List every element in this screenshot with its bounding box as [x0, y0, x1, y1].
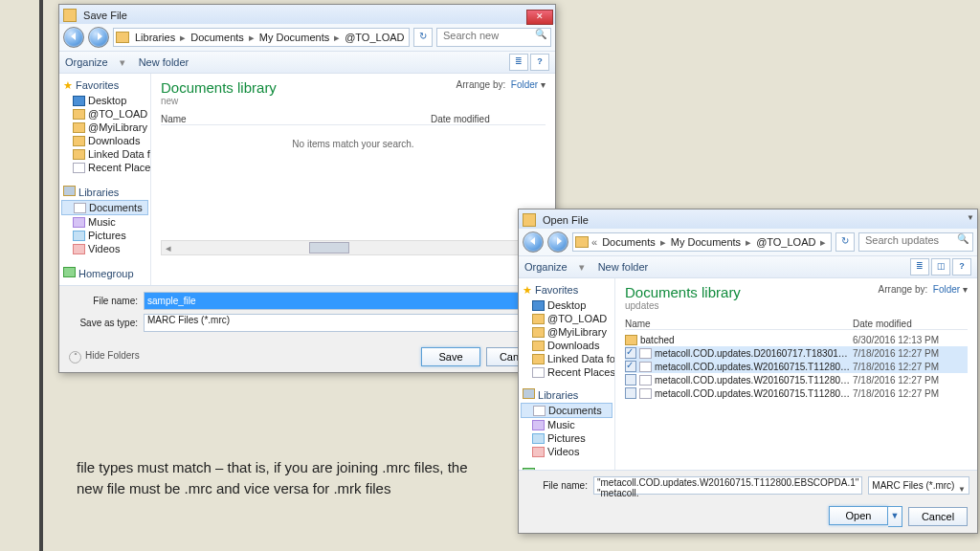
favorites-header[interactable]: ★Favorites [519, 282, 614, 298]
open-button[interactable]: Open [829, 506, 888, 525]
checkbox[interactable] [625, 387, 636, 399]
nav-item[interactable]: @TO_LOAD [519, 312, 614, 325]
arrange-by[interactable]: Arrange by: Folder ▾ [879, 284, 968, 295]
back-button[interactable] [523, 231, 544, 253]
breadcrumb[interactable]: « Documents▸ My Documents▸ @TO_LOAD▸ upd… [572, 232, 832, 252]
search-input[interactable] [863, 233, 948, 247]
refresh-button[interactable]: ↻ [413, 28, 433, 47]
folder-icon [73, 149, 85, 160]
file-row[interactable]: metacoll.COD.updates.W20160715.T112800.E… [625, 360, 968, 373]
file-date: 7/18/2016 12:27 PM [853, 388, 968, 399]
window-title: Save File [83, 10, 127, 21]
checkbox[interactable] [625, 374, 636, 386]
nav-videos[interactable]: Videos [59, 242, 150, 255]
crumb[interactable]: updates [827, 236, 832, 248]
open-button-split[interactable]: Open ▼ [829, 506, 902, 527]
nav-videos[interactable]: Videos [519, 445, 614, 458]
nav-desktop[interactable]: Desktop [59, 94, 150, 107]
file-row[interactable]: batched6/30/2016 12:13 PM [625, 334, 968, 346]
folder-icon [575, 236, 589, 248]
favorites-header[interactable]: ★Favorites [59, 77, 150, 94]
nav-documents[interactable]: Documents [521, 403, 612, 418]
music-icon [532, 420, 545, 430]
nav-documents[interactable]: Documents [61, 200, 148, 215]
app-icon [63, 9, 77, 22]
close-button[interactable]: ✕ [526, 10, 553, 25]
organize-menu[interactable]: Organize [65, 56, 108, 68]
search-box[interactable]: 🔍 [436, 28, 551, 47]
chevron-up-icon: ˄ [69, 351, 81, 364]
help-button[interactable]: ? [952, 258, 971, 276]
checkbox[interactable] [625, 347, 636, 359]
saveastype-select[interactable]: MARC Files (*.mrc)▼ [144, 314, 546, 332]
breadcrumb[interactable]: Libraries▸ Documents▸ My Documents▸ @TO_… [113, 28, 410, 47]
open-dropdown-arrow[interactable]: ▼ [888, 506, 902, 527]
col-name[interactable]: Name [625, 319, 853, 329]
titlebar[interactable]: Open File [519, 209, 977, 229]
nav-pictures[interactable]: Pictures [519, 431, 614, 445]
pictures-icon [73, 231, 85, 241]
search-input[interactable] [441, 29, 526, 42]
h-scrollbar[interactable]: ◂▸ [161, 240, 546, 255]
file-name: batched [640, 335, 853, 345]
nav-item[interactable]: Downloads [59, 134, 150, 147]
homegroup-header[interactable]: Homegroup [519, 466, 614, 470]
nav-music[interactable]: Music [519, 418, 614, 431]
saveastype-label: Save as type: [69, 318, 138, 328]
crumb[interactable]: Libraries [131, 32, 179, 43]
homegroup-header[interactable]: Homegroup [59, 265, 150, 281]
filetype-filter[interactable]: MARC Files (*.mrc)▼ [868, 476, 969, 495]
file-row[interactable]: metacoll.COD.updates.W20160715.T112800.s… [625, 386, 968, 400]
address-bar: Libraries▸ Documents▸ My Documents▸ @TO_… [59, 24, 555, 52]
new-folder-button[interactable]: New folder [139, 56, 189, 68]
col-date[interactable]: Date modified [853, 319, 968, 329]
back-button[interactable] [63, 27, 84, 48]
forward-button[interactable] [547, 231, 568, 253]
arrange-by[interactable]: Arrange by: Folder ▾ [457, 79, 546, 90]
preview-button[interactable]: ◫ [931, 258, 950, 276]
file-row[interactable]: metacoll.COD.updates.D20160717.T183015.E… [625, 346, 968, 360]
crumb[interactable]: Documents [598, 236, 659, 248]
nav-item[interactable]: Linked Data for B [519, 352, 614, 365]
cancel-button[interactable]: Cancel [908, 507, 968, 526]
nav-item[interactable]: @TO_LOAD [59, 107, 150, 121]
crumb[interactable]: Documents [187, 32, 248, 43]
hide-folders-toggle[interactable]: ˄Hide Folders [59, 344, 149, 369]
nav-music[interactable]: Music [59, 215, 150, 229]
file-date: 6/30/2016 12:13 PM [853, 335, 968, 345]
titlebar[interactable]: Save File ✕ [59, 5, 555, 24]
search-box[interactable]: 🔍 [858, 232, 973, 252]
filename-input[interactable] [144, 292, 546, 310]
col-date[interactable]: Date modified [431, 114, 546, 124]
crumb[interactable]: My Documents [256, 32, 333, 43]
col-name[interactable]: Name [161, 114, 431, 124]
nav-item[interactable]: Downloads [519, 339, 614, 352]
file-row[interactable]: metacoll.COD.updates.W20160715.T112800.S… [625, 373, 968, 386]
nav-item[interactable]: Recent Places [519, 365, 614, 379]
column-headers[interactable]: Name Date modified [161, 114, 546, 125]
save-button[interactable]: Save [421, 347, 480, 366]
checkbox[interactable] [625, 361, 636, 372]
nav-item[interactable]: Recent Places [59, 161, 150, 174]
nav-item[interactable]: @MyiLibrary [519, 325, 614, 339]
nav-pictures[interactable]: Pictures [59, 229, 150, 242]
crumb[interactable]: My Documents [667, 236, 745, 248]
view-button[interactable]: ≣ [509, 54, 528, 71]
nav-item[interactable]: Linked Data for B [59, 147, 150, 161]
libraries-header[interactable]: Libraries [519, 386, 614, 403]
forward-button[interactable] [88, 27, 109, 48]
organize-menu[interactable]: Organize [524, 261, 568, 273]
new-folder-button[interactable]: New folder [598, 261, 649, 273]
help-button[interactable]: ? [530, 54, 549, 71]
libraries-header[interactable]: Libraries [59, 184, 150, 200]
column-headers[interactable]: Name Date modified [625, 319, 968, 330]
slide-caption: file types must match – that is, if you … [77, 457, 498, 499]
crumb[interactable]: @TO_LOAD [341, 32, 408, 43]
filename-input[interactable]: "metacoll.COD.updates.W20160715.T112800.… [593, 476, 862, 495]
nav-desktop[interactable]: Desktop [519, 298, 614, 312]
refresh-button[interactable]: ↻ [835, 232, 855, 252]
nav-item[interactable]: @MyiLibrary [59, 121, 150, 134]
view-button[interactable]: ≣ [910, 258, 929, 276]
crumb[interactable]: @TO_LOAD [752, 236, 819, 248]
file-date: 7/18/2016 12:27 PM [853, 375, 968, 386]
